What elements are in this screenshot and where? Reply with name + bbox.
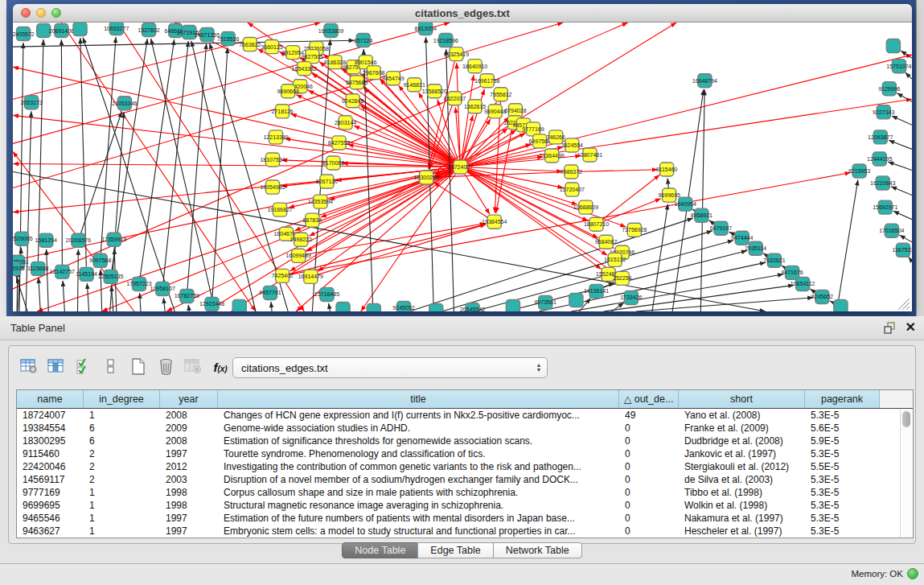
table-cell[interactable]: 1998 <box>160 486 218 499</box>
table-cell[interactable]: 1 <box>84 409 160 422</box>
table-row[interactable]: 2242004622012Investigating the contribut… <box>17 460 913 473</box>
graph-node[interactable] <box>73 23 87 36</box>
table-cell[interactable]: Stergiakouli et al. (2012) <box>679 460 805 473</box>
table-cell[interactable]: 49 <box>619 409 679 422</box>
graph-node[interactable]: 1640954 <box>675 197 696 211</box>
graph-node[interactable]: 15751074 <box>886 60 911 73</box>
column-header-name[interactable]: name <box>17 390 84 408</box>
graph-node[interactable]: 1115688 <box>27 262 48 275</box>
graph-node[interactable]: 2718126 <box>271 105 293 118</box>
table-mode-button[interactable] <box>18 357 39 378</box>
table-cell[interactable]: Disruption of a novel member of a sodium… <box>218 473 619 486</box>
graph-node[interactable]: 15720407 <box>560 183 585 196</box>
graph-node[interactable]: 12353594 <box>308 195 333 208</box>
graph-node[interactable]: 8215953 <box>848 164 870 178</box>
table-cell[interactable]: 5.3E-5 <box>805 447 880 460</box>
graph-node[interactable]: 10958107 <box>150 282 175 295</box>
table-cell[interactable]: 0 <box>619 499 679 512</box>
graph-node[interactable]: 2526065 <box>13 232 33 245</box>
table-cell[interactable]: Corpus callosum shape and size in male p… <box>218 486 619 499</box>
table-scrollbar[interactable] <box>900 410 912 538</box>
table-cell[interactable]: 5.3E-5 <box>805 486 880 499</box>
graph-node[interactable]: 19054985 <box>260 180 285 194</box>
column-header-out_de[interactable]: △ out_de... <box>619 390 679 408</box>
table-cell[interactable]: 0 <box>619 512 679 525</box>
graph-node[interactable]: 1167531 <box>893 243 912 257</box>
table-cell[interactable]: Nakamura et al. (1997) <box>679 512 805 525</box>
graph-node[interactable]: 2053173 <box>20 96 42 109</box>
graph-node[interactable]: 17359919 <box>101 233 126 246</box>
graph-node[interactable]: 2803144 <box>335 116 356 130</box>
table-cell[interactable]: 1998 <box>160 499 218 512</box>
table-cell[interactable]: Tourette syndrome. Phenomenology and cla… <box>218 447 619 460</box>
table-cell[interactable]: 5.3E-5 <box>805 512 880 525</box>
table-cell[interactable]: 5.3E-5 <box>805 473 880 486</box>
table-cell[interactable]: 1 <box>84 499 160 512</box>
column-header-title[interactable]: title <box>218 390 619 408</box>
table-cell[interactable]: 6 <box>84 435 160 447</box>
graph-node[interactable] <box>834 299 848 311</box>
network-canvas[interactable]: 2405572206914061065327715276026466160107… <box>13 23 912 311</box>
graph-node[interactable]: 19166827 <box>267 203 292 216</box>
graph-node[interactable]: 16961758 <box>474 74 499 88</box>
graph-node[interactable]: 1145194 <box>76 267 97 281</box>
table-cell[interactable]: 2008 <box>160 409 218 422</box>
table-cell[interactable]: 0 <box>619 435 679 447</box>
graph-node[interactable]: 15692971 <box>873 200 897 214</box>
table-cell[interactable]: de Silva et al. (2003) <box>679 473 805 486</box>
graph-node[interactable] <box>429 303 443 311</box>
table-cell[interactable]: 2 <box>84 473 160 486</box>
graph-node[interactable]: 252254 <box>613 271 632 285</box>
table-row[interactable]: 946362711997Embryonic stem cells: a mode… <box>17 525 913 538</box>
graph-node[interactable]: 21053346 <box>112 97 137 110</box>
graph-node[interactable]: 2405572 <box>13 27 35 41</box>
table-cell[interactable]: 5.3E-5 <box>805 499 880 512</box>
table-cell[interactable]: 9465546 <box>17 512 84 525</box>
table-cell[interactable]: 9777169 <box>17 486 84 499</box>
function-builder-button[interactable]: f(x) <box>210 357 231 378</box>
table-cell[interactable]: 9699695 <box>17 499 84 512</box>
create-column-button[interactable] <box>128 357 149 378</box>
graph-node[interactable]: 12505135 <box>98 270 123 283</box>
table-cell[interactable]: 5.9E-5 <box>805 435 880 447</box>
table-cell[interactable]: 5.3E-5 <box>805 525 880 538</box>
table-cell[interactable]: 5.6E-5 <box>805 422 880 435</box>
table-cell[interactable]: Investigating the contribution of common… <box>218 460 619 473</box>
graph-node[interactable]: 9097568 <box>89 253 111 267</box>
graph-node[interactable] <box>336 302 350 311</box>
graph-node[interactable]: 857224 <box>354 34 373 47</box>
table-cell[interactable]: 2012 <box>160 460 218 473</box>
graph-node[interactable] <box>506 299 519 311</box>
graph-node[interactable]: 12923448 <box>199 297 224 311</box>
table-cell[interactable]: 2 <box>84 447 160 460</box>
graph-node[interactable]: 8454749 <box>382 72 404 85</box>
graph-node[interactable]: 12142757 <box>50 265 75 278</box>
table-cell[interactable]: 1 <box>84 525 160 538</box>
graph-node[interactable]: 7986372 <box>561 165 582 179</box>
graph-node[interactable]: 16033809 <box>318 24 343 38</box>
table-cell[interactable]: Dudbridge et al. (2008) <box>679 435 805 447</box>
table-row[interactable]: 969969511998Structural magnetic resonanc… <box>17 499 913 512</box>
table-scrollbar-thumb[interactable] <box>902 411 910 427</box>
show-column-button[interactable] <box>46 357 67 378</box>
float-window-icon[interactable] <box>884 322 896 334</box>
column-header-short[interactable]: short <box>679 390 805 408</box>
graph-node[interactable]: 7955812 <box>490 88 511 101</box>
table-cell[interactable]: Genome-wide association studies in ADHD. <box>218 422 619 435</box>
tab-node-table[interactable]: Node Table <box>342 542 418 558</box>
graph-node[interactable]: 12444195 <box>867 152 892 166</box>
table-cell[interactable]: 0 <box>619 460 679 473</box>
table-cell[interactable]: 1997 <box>160 525 218 538</box>
delete-table-button[interactable] <box>183 357 203 378</box>
graph-node[interactable]: 10688609 <box>573 200 598 214</box>
graph-node[interactable]: 8170068 <box>322 156 344 170</box>
table-cell[interactable]: 19384554 <box>17 422 84 435</box>
close-icon[interactable]: ✕ <box>906 321 916 334</box>
graph-node[interactable]: 15716485 <box>314 287 339 301</box>
table-cell[interactable]: Changes of HCN gene expression and I(f) … <box>218 409 619 422</box>
table-cell[interactable]: 6 <box>84 422 160 435</box>
table-cell[interactable]: 1997 <box>160 447 218 460</box>
delete-columns-button[interactable] <box>155 357 176 378</box>
network-window-titlebar[interactable]: citations_edges.txt <box>13 4 912 23</box>
graph-node[interactable]: 9227343 <box>873 105 894 119</box>
